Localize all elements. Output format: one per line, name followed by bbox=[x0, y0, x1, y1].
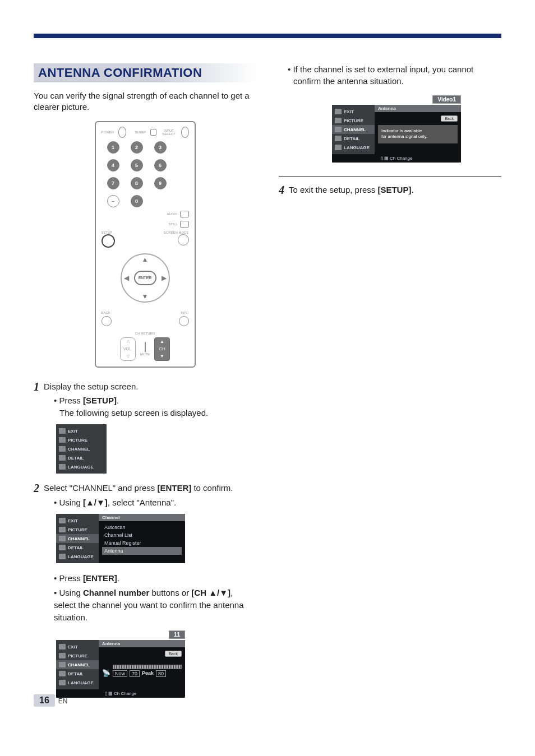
step-2-sub2: • Press [ENTER]. bbox=[54, 572, 256, 585]
step-4-number: 4 bbox=[279, 184, 284, 196]
language-icon bbox=[59, 464, 66, 470]
power-button-icon bbox=[118, 127, 126, 138]
back-label: BACK bbox=[102, 311, 110, 314]
channel-icon bbox=[335, 127, 342, 132]
audio-button-icon bbox=[180, 211, 189, 217]
right-column: • If the channel is set to external inpu… bbox=[279, 63, 501, 707]
screenmode-label: SCREEN MODE bbox=[164, 231, 189, 234]
osd4-picture: PICTURE bbox=[332, 116, 375, 125]
setup-label: SETUP bbox=[102, 231, 115, 234]
osd3-detail: DETAIL bbox=[56, 669, 99, 678]
osd3-bar bbox=[113, 665, 182, 669]
step-4-text: To exit the setup, press [SETUP]. bbox=[289, 184, 501, 196]
osd4-channel: CHANNEL bbox=[332, 125, 375, 134]
mute-label: MUTE bbox=[140, 353, 150, 356]
detail-icon bbox=[335, 136, 342, 141]
dpad: ▲ ▼ ◀ ▶ ENTER bbox=[121, 253, 170, 303]
screenmode-button-icon bbox=[178, 234, 189, 245]
osd3-channel-badge: 11 bbox=[169, 630, 185, 639]
step-1-sub1-prefix: • Press bbox=[54, 396, 83, 405]
digit-dash: – bbox=[107, 195, 119, 207]
chreturn-label: CH RETURN bbox=[102, 332, 189, 335]
osd2-channel: CHANNEL bbox=[56, 534, 99, 543]
enter-button: ENTER bbox=[134, 271, 156, 285]
osd3-back: Back bbox=[165, 651, 182, 657]
osd2-manualreg: Manual Register bbox=[102, 539, 182, 547]
detail-icon bbox=[59, 455, 66, 461]
osd4-channel-badge: Video1 bbox=[432, 95, 461, 104]
step-1-text: Display the setup screen. bbox=[44, 381, 256, 392]
arrow-up-icon: ▲ bbox=[142, 256, 149, 263]
language-icon bbox=[335, 145, 342, 150]
picture-icon bbox=[59, 437, 66, 443]
osd3-footer: ▯ ▦ Ch Change bbox=[56, 689, 185, 698]
remote-illustration: POWER SLEEP INPUT SELECT 1 2 3 4 5 bbox=[95, 121, 196, 368]
osd2-title: Channel bbox=[99, 514, 185, 521]
exit-icon bbox=[335, 109, 342, 114]
step-1: 1 Display the setup screen. bbox=[34, 381, 256, 392]
digit-8: 8 bbox=[131, 177, 143, 189]
osd-item-exit: EXIT bbox=[56, 426, 107, 435]
step-1-sub2: The following setup screen is displayed. bbox=[54, 407, 208, 419]
digit-3: 3 bbox=[154, 141, 167, 154]
osd2-picture: PICTURE bbox=[56, 525, 99, 534]
intro-text: You can verify the signal strength of ea… bbox=[34, 90, 256, 113]
section-title-bar: ANTENNA CONFIRMATION bbox=[34, 63, 256, 82]
picture-icon bbox=[59, 653, 66, 658]
step-2-sub1: • Using [▲/▼], select "Antenna". bbox=[54, 497, 256, 509]
osd2-language: LANGUAGE bbox=[56, 552, 99, 561]
sleep-button-icon bbox=[150, 129, 156, 136]
step-2: 2 Select "CHANNEL" and press [ENTER] to … bbox=[34, 483, 256, 494]
osd2-autoscan: Autoscan bbox=[102, 523, 182, 531]
input-select-label: INPUT SELECT bbox=[161, 129, 177, 136]
osd-item-picture: PICTURE bbox=[56, 435, 107, 444]
digit-7: 7 bbox=[107, 177, 119, 189]
right-note: • If the channel is set to external inpu… bbox=[288, 63, 501, 87]
digit-1: 1 bbox=[107, 141, 119, 154]
osd-item-channel: CHANNEL bbox=[56, 444, 107, 453]
osd3-signal-meter: 📡 Now 70 Peak 80 bbox=[102, 665, 182, 677]
digit-0: 0 bbox=[131, 195, 143, 207]
channel-icon bbox=[59, 536, 66, 541]
exit-icon bbox=[59, 518, 66, 523]
section-title: ANTENNA CONFIRMATION bbox=[38, 66, 202, 80]
number-pad: 1 2 3 4 5 6 7 8 9 – 0 bbox=[107, 141, 189, 207]
osd4-title: Antenna bbox=[375, 105, 461, 112]
ch-rocker: ▲ CH ▼ bbox=[154, 337, 170, 361]
page-number: 16 bbox=[34, 694, 55, 707]
vol-label: VOL. bbox=[123, 347, 132, 351]
setup-button-icon bbox=[102, 234, 115, 248]
osd2-detail: DETAIL bbox=[56, 543, 99, 552]
detail-icon bbox=[59, 671, 66, 676]
osd-item-language: LANGUAGE bbox=[56, 462, 107, 471]
osd2-antenna: Antenna bbox=[102, 547, 182, 555]
osd2-channellist: Channel List bbox=[102, 531, 182, 539]
osd3-peak-val: 80 bbox=[156, 670, 166, 677]
sleep-label: SLEEP bbox=[135, 131, 146, 134]
digit-4: 4 bbox=[107, 159, 119, 171]
osd3-now-label: Now bbox=[113, 670, 127, 677]
power-label: POWER bbox=[102, 131, 114, 134]
input-select-icon bbox=[181, 127, 189, 138]
osd-antenna-signal: EXIT PICTURE CHANNEL DETAIL LANGUAGE Ant… bbox=[56, 640, 185, 698]
digit-6: 6 bbox=[154, 159, 167, 171]
osd3-peak-label: Peak bbox=[142, 670, 154, 677]
exit-icon bbox=[59, 644, 66, 650]
step-1-sub: • Press [SETUP]. The following setup scr… bbox=[54, 395, 256, 419]
still-button-icon bbox=[180, 221, 189, 228]
arrow-right-icon: ▶ bbox=[162, 274, 167, 282]
osd4-detail: DETAIL bbox=[332, 134, 375, 143]
antenna-icon: 📡 bbox=[102, 669, 110, 677]
osd4-language: LANGUAGE bbox=[332, 143, 375, 152]
back-button-icon bbox=[102, 316, 112, 326]
arrow-down-icon: ▼ bbox=[142, 293, 149, 300]
page-lang: EN bbox=[58, 697, 68, 705]
left-column: ANTENNA CONFIRMATION You can verify the … bbox=[34, 63, 256, 707]
step-2-text: Select "CHANNEL" and press [ENTER] to co… bbox=[44, 483, 256, 494]
channel-icon bbox=[59, 446, 66, 452]
osd3-picture: PICTURE bbox=[56, 651, 99, 660]
osd4-footer: ▯ ▦ Ch Change bbox=[332, 154, 461, 163]
osd3-title: Antenna bbox=[99, 640, 185, 647]
info-button-icon bbox=[179, 316, 189, 326]
digit-2: 2 bbox=[131, 141, 143, 154]
